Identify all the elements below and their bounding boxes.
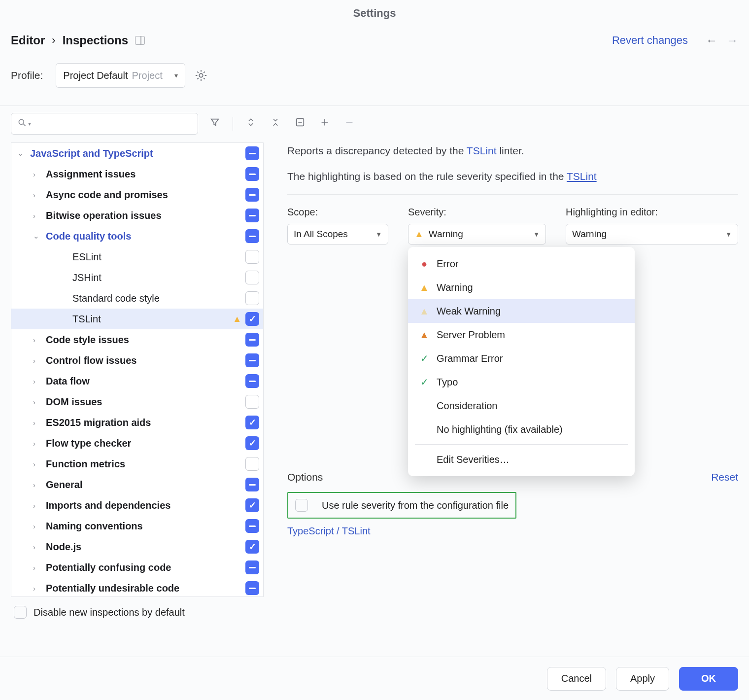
tree-row[interactable]: ›Imports and dependencies xyxy=(11,495,263,516)
nav-back-icon[interactable]: ← xyxy=(706,34,717,47)
cancel-button[interactable]: Cancel xyxy=(547,667,606,691)
tree-row-checkbox[interactable] xyxy=(245,560,259,574)
expand-arrow-icon[interactable]: › xyxy=(33,170,46,178)
severity-option[interactable]: ✓Typo xyxy=(408,370,635,394)
tree-row-checkbox[interactable] xyxy=(245,457,259,471)
tree-row-checkbox[interactable] xyxy=(245,291,259,305)
severity-popup[interactable]: ●Error▲Warning▲Weak Warning▲Server Probl… xyxy=(408,247,635,476)
rule-severity-option[interactable]: Use rule severity from the configuration… xyxy=(287,492,516,519)
profile-select[interactable]: Project Default Project ▾ xyxy=(56,63,185,88)
reset-link[interactable]: Reset xyxy=(711,471,738,483)
revert-changes-link[interactable]: Revert changes xyxy=(612,34,688,47)
scope-select[interactable]: In All Scopes ▼ xyxy=(287,224,388,245)
tree-row-checkbox[interactable] xyxy=(245,540,259,554)
tree-row[interactable]: ›Node.js xyxy=(11,536,263,557)
tree-row[interactable]: ›Bitwise operation issues xyxy=(11,205,263,226)
tslint-doc-link[interactable]: TSLint xyxy=(567,171,597,182)
tree-row-checkbox[interactable] xyxy=(245,374,259,388)
severity-select[interactable]: ▲ Warning ▼ xyxy=(408,224,546,245)
expand-arrow-icon[interactable]: › xyxy=(33,481,46,489)
typescript-tslint-link[interactable]: TypeScript / TSLint xyxy=(287,525,738,537)
expand-arrow-icon[interactable]: › xyxy=(33,191,46,199)
search-input[interactable]: ▾ xyxy=(11,113,198,135)
tree-row-checkbox[interactable] xyxy=(245,353,259,367)
filter-icon[interactable] xyxy=(207,117,223,131)
tree-row[interactable]: ›Naming conventions xyxy=(11,516,263,536)
tree-row-checkbox[interactable] xyxy=(245,250,259,264)
severity-option[interactable]: ●Error xyxy=(408,252,635,276)
tree-row[interactable]: ›Data flow xyxy=(11,371,263,391)
expand-arrow-icon[interactable]: › xyxy=(33,211,46,220)
tree-row-checkbox[interactable] xyxy=(245,271,259,284)
tree-row[interactable]: Standard code style xyxy=(11,288,263,309)
tree-row[interactable]: ⌄Code quality tools xyxy=(11,226,263,246)
expand-arrow-icon[interactable]: › xyxy=(33,563,46,572)
severity-option[interactable]: ▲Server Problem xyxy=(408,323,635,347)
expand-arrow-icon[interactable]: › xyxy=(33,584,46,593)
tree-row[interactable]: ⌄JavaScript and TypeScript xyxy=(11,143,263,164)
tree-row-checkbox[interactable] xyxy=(245,188,259,202)
severity-option[interactable]: ▲Warning xyxy=(408,276,635,299)
tree-row[interactable]: ›Flow type checker xyxy=(11,433,263,454)
collapse-all-icon[interactable] xyxy=(268,117,283,130)
tree-row[interactable]: ›Potentially undesirable code xyxy=(11,578,263,597)
layout-icon[interactable] xyxy=(135,36,145,45)
expand-arrow-icon[interactable]: › xyxy=(33,439,46,448)
tree-row[interactable]: ›Async code and promises xyxy=(11,184,263,205)
rule-severity-checkbox[interactable] xyxy=(295,499,308,512)
tree-row[interactable]: TSLint▲ xyxy=(11,309,263,329)
tree-row-checkbox[interactable] xyxy=(245,209,259,222)
ok-button[interactable]: OK xyxy=(679,667,738,691)
tree-row[interactable]: JSHint xyxy=(11,267,263,288)
tree-row-checkbox[interactable] xyxy=(245,333,259,347)
expand-arrow-icon[interactable]: › xyxy=(33,356,46,365)
tree-row-checkbox[interactable] xyxy=(245,229,259,243)
severity-option[interactable]: ✓Grammar Error xyxy=(408,347,635,370)
expand-arrow-icon[interactable]: › xyxy=(33,522,46,530)
severity-option[interactable]: No highlighting (fix available) xyxy=(408,418,635,441)
tree-row-checkbox[interactable] xyxy=(245,498,259,512)
expand-collapse-icon[interactable] xyxy=(243,117,259,130)
expand-arrow-icon[interactable]: › xyxy=(33,419,46,427)
tree-row[interactable]: ›Function metrics xyxy=(11,454,263,474)
tree-row-checkbox[interactable] xyxy=(245,519,259,533)
tree-row-checkbox[interactable] xyxy=(245,146,259,160)
tree-row-checkbox[interactable] xyxy=(245,436,259,450)
edit-severities-item[interactable]: Edit Severities… xyxy=(408,448,635,471)
expand-arrow-icon[interactable]: › xyxy=(33,460,46,468)
tree-row[interactable]: ESLint xyxy=(11,246,263,267)
tslint-link[interactable]: TSLint xyxy=(467,145,497,156)
tree-row-checkbox[interactable] xyxy=(245,395,259,409)
tree-row[interactable]: ›Potentially confusing code xyxy=(11,557,263,578)
expand-arrow-icon[interactable]: ⌄ xyxy=(17,149,30,158)
tree-row[interactable]: ›ES2015 migration aids xyxy=(11,412,263,433)
highlighting-select[interactable]: Warning ▼ xyxy=(566,224,738,245)
tree-row[interactable]: ›Assignment issues xyxy=(11,164,263,184)
apply-button[interactable]: Apply xyxy=(616,667,669,691)
expand-arrow-icon[interactable]: › xyxy=(33,377,46,385)
expand-arrow-icon[interactable]: › xyxy=(33,501,46,510)
expand-arrow-icon[interactable]: › xyxy=(33,543,46,551)
breadcrumb-editor[interactable]: Editor xyxy=(11,34,45,47)
checkbox-toggle-icon[interactable] xyxy=(292,117,308,131)
tree-row-checkbox[interactable] xyxy=(245,416,259,429)
gear-icon[interactable] xyxy=(194,69,208,82)
severity-option[interactable]: ▲Weak Warning xyxy=(408,299,635,323)
tree-row-checkbox[interactable] xyxy=(245,581,259,595)
tree-row-checkbox[interactable] xyxy=(245,167,259,181)
remove-icon[interactable] xyxy=(341,117,357,131)
inspection-tree[interactable]: ⌄JavaScript and TypeScript›Assignment is… xyxy=(11,142,264,597)
tree-row-checkbox[interactable] xyxy=(245,478,259,491)
tree-row-checkbox[interactable] xyxy=(245,312,259,326)
disable-new-checkbox[interactable] xyxy=(14,606,27,619)
tree-row[interactable]: ›Control flow issues xyxy=(11,350,263,371)
expand-arrow-icon[interactable]: › xyxy=(33,336,46,344)
expand-arrow-icon[interactable]: › xyxy=(33,398,46,406)
add-icon[interactable] xyxy=(317,117,333,131)
search-dropdown-icon[interactable]: ▾ xyxy=(28,120,31,127)
tree-row[interactable]: ›Code style issues xyxy=(11,329,263,350)
tree-row[interactable]: ›DOM issues xyxy=(11,391,263,412)
tree-row[interactable]: ›General xyxy=(11,474,263,495)
expand-arrow-icon[interactable]: ⌄ xyxy=(33,232,46,241)
severity-option[interactable]: Consideration xyxy=(408,394,635,418)
